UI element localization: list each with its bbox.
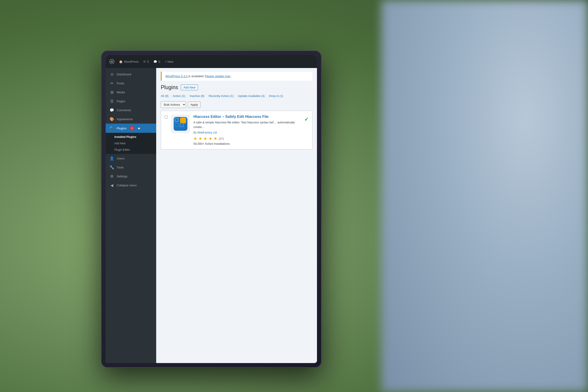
plugin-active-indicator: ✓ [304, 116, 308, 122]
admin-bar-home[interactable]: 🏠 WordPress [119, 60, 139, 64]
updates-icon: ⟳ [143, 60, 146, 64]
sidebar-sub-installed[interactable]: Installed Plugins [106, 134, 156, 140]
admin-bar: W 🏠 WordPress ⟳ 5 💬 0 + New [106, 55, 317, 68]
filter-update-available[interactable]: Update Available (4) [238, 94, 265, 98]
dashboard-icon: ⊙ [109, 72, 114, 76]
tools-icon: 🔧 [109, 165, 114, 170]
sidebar-item-label: Tools [117, 166, 123, 169]
filter-active[interactable]: Active (1) [173, 94, 185, 98]
sidebar-item-settings[interactable]: ⚙ Settings [106, 172, 156, 181]
appearance-icon: 🎨 [109, 117, 114, 121]
page-title: Plugins [161, 84, 178, 90]
home-icon: 🏠 [119, 60, 123, 64]
svg-rect-10 [180, 124, 183, 126]
svg-rect-4 [180, 118, 186, 124]
sidebar-item-label: Appearance [117, 118, 133, 121]
wp-logo-icon: W [109, 59, 114, 64]
sidebar-sub-add-new[interactable]: Add New [106, 140, 156, 146]
sidebar-item-plugins[interactable]: 🔌 Plugins 4 ◀ [106, 124, 156, 133]
comments-count: 0 [158, 60, 160, 64]
sidebar-item-comments[interactable]: 💬 Comments [106, 106, 156, 115]
sidebar-item-label: Users [117, 157, 124, 160]
plugins-submenu: Installed Plugins Add New Plugin Editor [106, 133, 156, 154]
sidebar: ⊙ Dashboard ✏ Posts ⊞ Media ☰ Pages 💬 [106, 68, 156, 363]
svg-rect-9 [175, 124, 178, 126]
star-3: ★ [203, 136, 207, 141]
plugin-list: Htaccess Editor – Safely Edit Htaccess F… [161, 111, 312, 150]
sidebar-item-appearance[interactable]: 🎨 Appearance [106, 115, 156, 124]
sidebar-item-label: Settings [117, 175, 127, 178]
plugin-author: By WebFactory Ltd [193, 131, 301, 134]
sidebar-item-media[interactable]: ⊞ Media [106, 88, 156, 97]
media-icon: ⊞ [109, 90, 114, 94]
sidebar-item-label: Pages [117, 100, 125, 103]
sidebar-item-users[interactable]: 👤 Users [106, 154, 156, 163]
plugins-arrow-icon: ◀ [138, 126, 140, 130]
svg-rect-8 [175, 119, 178, 121]
sidebar-item-label: Comments [117, 108, 131, 112]
main-layout: ⊙ Dashboard ✏ Posts ⊞ Media ☰ Pages 💬 [106, 68, 317, 363]
plugin-name[interactable]: Htaccess Editor – Safely Edit Htaccess F… [193, 115, 301, 119]
star-2: ★ [198, 136, 202, 141]
admin-bar-new[interactable]: + New [165, 60, 173, 64]
users-icon: 👤 [109, 156, 114, 160]
filter-bar: All (9) | Active (1) | Inactive (8) | Re… [156, 93, 317, 100]
content-area: WordPress 5.3.2 is available! Please upd… [156, 68, 317, 363]
svg-text:W: W [110, 60, 113, 64]
bulk-actions-bar: Bulk Actions Activate Deactivate Update … [156, 100, 317, 111]
filter-drop-in[interactable]: Drop-in (1) [269, 94, 283, 98]
plugin-installs: 50,000+ Active Installations [193, 142, 301, 146]
posts-icon: ✏ [109, 81, 114, 86]
site-name: WordPress [124, 60, 139, 64]
plugin-icon [171, 115, 190, 133]
sidebar-item-label: Collapse menu [117, 184, 137, 187]
bulk-actions-select[interactable]: Bulk Actions Activate Deactivate Update … [161, 101, 186, 108]
plugin-row: Htaccess Editor – Safely Edit Htaccess F… [161, 111, 312, 149]
settings-icon: ⚙ [109, 174, 114, 178]
star-1: ★ [193, 136, 197, 141]
background-right [381, 0, 588, 392]
sidebar-item-label: Plugins [117, 126, 126, 130]
add-new-button[interactable]: Add New [181, 84, 198, 90]
bulk-apply-button[interactable]: Apply [188, 102, 200, 108]
plugin-ratings: ★ ★ ★ ★ ★ (37) [193, 136, 301, 141]
sidebar-item-posts[interactable]: ✏ Posts [106, 79, 156, 88]
star-4: ★ [209, 136, 212, 141]
star-5: ★ [214, 136, 217, 141]
filter-all[interactable]: All (9) [161, 94, 169, 98]
sidebar-item-pages[interactable]: ☰ Pages [106, 97, 156, 106]
rating-count: (37) [219, 137, 224, 140]
update-notice: WordPress 5.3.2 is available! Please upd… [161, 72, 312, 81]
plugins-icon: 🔌 [109, 126, 114, 130]
sidebar-item-collapse[interactable]: ◀ Collapse menu [106, 181, 156, 190]
wp-version-link[interactable]: WordPress 5.3.2 [165, 74, 188, 78]
plugin-author-link[interactable]: WebFactory Ltd [197, 131, 217, 134]
plugins-badge: 4 [130, 126, 134, 130]
new-label: + New [165, 60, 173, 64]
pages-icon: ☰ [109, 99, 114, 104]
update-now-link[interactable]: Please update now [205, 74, 231, 78]
sidebar-sub-editor[interactable]: Plugin Editor [106, 146, 156, 153]
collapse-icon: ◀ [109, 183, 114, 188]
device-frame: W 🏠 WordPress ⟳ 5 💬 0 + New [101, 50, 322, 368]
sidebar-item-label: Posts [117, 82, 124, 85]
sidebar-item-label: Media [117, 90, 125, 94]
admin-bar-updates[interactable]: ⟳ 5 [143, 60, 149, 64]
page-header: Plugins Add New [156, 82, 317, 93]
comments-icon: 💬 [109, 108, 114, 112]
sidebar-item-label: Dashboard [117, 72, 131, 76]
sidebar-item-tools[interactable]: 🔧 Tools [106, 163, 156, 172]
plugin-checkbox[interactable] [165, 116, 168, 118]
filter-inactive[interactable]: Inactive (8) [189, 94, 204, 98]
plugin-description: A safe & simple htaccess file editor. Te… [193, 120, 301, 129]
device-screen: W 🏠 WordPress ⟳ 5 💬 0 + New [106, 55, 317, 363]
admin-bar-comments[interactable]: 💬 0 [153, 60, 160, 64]
updates-count: 5 [147, 60, 149, 64]
camera-dot [312, 53, 315, 55]
comments-icon: 💬 [153, 60, 157, 64]
sidebar-item-dashboard[interactable]: ⊙ Dashboard [106, 70, 156, 79]
filter-recently-active[interactable]: Recently Active (1) [209, 94, 233, 98]
plugin-info: Htaccess Editor – Safely Edit Htaccess F… [193, 115, 301, 146]
